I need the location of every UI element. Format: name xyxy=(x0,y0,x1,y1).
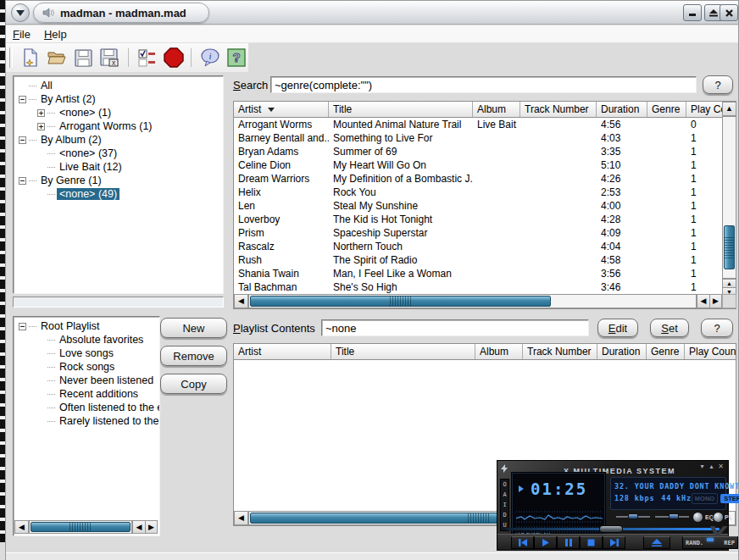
repeat-toggle[interactable]: REP xyxy=(724,540,735,546)
playlist-table-hscroll-left[interactable]: ◀ xyxy=(234,511,248,525)
clutterbar-letter[interactable]: D xyxy=(503,513,506,518)
tree-expander[interactable]: + xyxy=(37,123,45,130)
playlist-tree[interactable]: − Root Playlist Absolute favorites Love … xyxy=(13,316,160,536)
stop-button[interactable] xyxy=(580,536,603,549)
edit-button[interactable]: Edit xyxy=(597,319,638,337)
playlist-hscroll-right-button[interactable]: ▶ xyxy=(145,520,158,534)
clutterbar-letter[interactable]: I xyxy=(503,502,506,508)
table-row[interactable]: Bryan Adams Summer of 69 3:35 1 xyxy=(234,145,722,158)
tree-item[interactable]: + <none> (1) xyxy=(14,106,223,119)
table-row[interactable]: Rush The Spirit of Radio 4:58 1 xyxy=(234,253,722,267)
col-title[interactable]: Title xyxy=(331,344,475,359)
window-menu-button[interactable] xyxy=(11,3,30,22)
playlist-hscroll-thumb[interactable] xyxy=(31,522,131,532)
table-row[interactable]: Dream Warriors My Definition of a Bombas… xyxy=(234,172,722,186)
col-album[interactable]: Album xyxy=(475,344,523,359)
save-button[interactable] xyxy=(72,46,95,69)
tree-expander[interactable]: − xyxy=(19,323,26,330)
vscroll-up-button[interactable]: ▲ xyxy=(722,102,736,116)
playlist-hscroll-left-button[interactable]: ◀ xyxy=(14,520,29,534)
col-play-count[interactable]: Play Count xyxy=(686,102,722,117)
balance-handle[interactable] xyxy=(628,513,638,519)
hscroll-track[interactable] xyxy=(248,294,697,308)
vscroll-up-button-2[interactable]: ▲ xyxy=(722,279,736,287)
tree-item[interactable]: Live Bait (12) xyxy=(14,160,223,174)
playlist-hscroll-track[interactable] xyxy=(29,520,132,534)
col-genre[interactable]: Genre xyxy=(647,102,686,117)
balance-slider[interactable] xyxy=(616,516,650,518)
pause-button[interactable] xyxy=(557,536,580,549)
volume-handle[interactable] xyxy=(669,513,679,519)
table-row[interactable]: Helix Rock You 2:53 1 xyxy=(234,186,722,199)
col-genre[interactable]: Genre xyxy=(647,344,685,359)
table-row[interactable]: Arrogant Worms Mounted Animal Nature Tra… xyxy=(234,118,722,131)
hscroll-left-button[interactable]: ◀ xyxy=(234,294,248,308)
tree-item[interactable]: Rock songs xyxy=(14,360,159,374)
tree-item[interactable]: <none> (37) xyxy=(14,147,223,160)
playlist-table-header[interactable]: Artist Title Album Track Number Duration… xyxy=(234,344,736,360)
table-row[interactable]: Tal Bachman She's So High 3:46 1 xyxy=(234,280,722,294)
xmms-player[interactable]: X MULTIMEDIA SYSTEM ▾ ▴ ✕ OAIDU 01:25 VI… xyxy=(497,460,729,551)
save-as-button[interactable]: X xyxy=(98,46,121,69)
tree-item[interactable]: − By Artist (2) xyxy=(14,92,223,106)
whats-this-button[interactable]: ? xyxy=(225,46,248,69)
col-title[interactable]: Title xyxy=(329,102,473,117)
prev-button[interactable] xyxy=(511,536,534,549)
search-help-button[interactable]: ? xyxy=(703,75,733,94)
shade-icon[interactable]: ▾ xyxy=(698,463,706,470)
new-playlist-button[interactable]: New xyxy=(160,318,227,338)
tree-item[interactable]: <none> (49) xyxy=(14,187,223,201)
set-button[interactable]: Set xyxy=(650,319,689,337)
table-row[interactable]: Rascalz Northern Touch 4:04 1 xyxy=(234,240,722,253)
minimize-button[interactable] xyxy=(683,4,702,21)
col-track-number[interactable]: Track Number xyxy=(520,102,597,117)
position-handle[interactable] xyxy=(599,525,623,533)
table-row[interactable]: Celine Dion My Heart Will Go On 5:10 1 xyxy=(234,158,722,172)
playlist-hscroll-left-button-2[interactable]: ◀ xyxy=(132,520,145,534)
copy-playlist-button[interactable]: Copy xyxy=(160,374,227,394)
hscroll-right-button[interactable]: ▶ xyxy=(709,294,722,308)
eq-button[interactable] xyxy=(692,512,703,523)
hscroll-left-button-2[interactable]: ◀ xyxy=(697,294,709,308)
eject-button[interactable] xyxy=(643,536,670,549)
tree-item[interactable]: − By Album (2) xyxy=(14,133,223,147)
close-icon[interactable]: ✕ xyxy=(717,463,725,470)
tree-item[interactable]: Never been listened xyxy=(14,374,159,387)
clutterbar-letter[interactable]: O xyxy=(503,482,506,488)
position-slider[interactable] xyxy=(506,528,720,530)
toolbar-handle[interactable] xyxy=(9,47,13,68)
tree-item[interactable]: − By Genre (1) xyxy=(14,174,223,187)
playlist-help-button[interactable]: ? xyxy=(701,319,733,337)
rollup-icon[interactable]: ▴ xyxy=(708,463,715,470)
table-row[interactable]: Shania Twain Man, I Feel Like a Woman 3:… xyxy=(234,267,722,280)
tip-button[interactable]: i xyxy=(198,46,221,69)
stop-button[interactable] xyxy=(162,46,185,69)
col-play-count[interactable]: Play Count xyxy=(685,344,736,359)
tree-expander[interactable]: + xyxy=(37,109,45,117)
col-artist[interactable]: Artist xyxy=(234,102,329,117)
menu-file[interactable]: File xyxy=(13,28,31,41)
library-table-header[interactable]: Artist Title Album Track Number Duration… xyxy=(234,102,722,118)
next-button[interactable] xyxy=(603,536,625,549)
vscroll-track[interactable] xyxy=(722,116,736,279)
tree-item[interactable]: Rarely listened to the end xyxy=(14,414,159,428)
col-duration[interactable]: Duration xyxy=(597,344,647,359)
titlebar[interactable]: madman - madman.mad xyxy=(6,1,738,25)
tree-item[interactable]: Love songs xyxy=(14,347,159,360)
tree-item[interactable]: − Root Playlist xyxy=(14,319,159,333)
random-toggle[interactable]: RAND. xyxy=(686,540,703,546)
hscroll-thumb[interactable] xyxy=(250,296,551,307)
col-album[interactable]: Album xyxy=(473,102,520,117)
new-database-button[interactable] xyxy=(19,46,42,69)
col-track-number[interactable]: Track Number xyxy=(523,344,597,359)
table-row[interactable]: Prism Spaceship Superstar 4:09 1 xyxy=(234,226,722,240)
xmms-clutterbar[interactable]: OAIDU xyxy=(500,479,509,531)
menu-help[interactable]: Help xyxy=(44,28,67,41)
open-button[interactable] xyxy=(45,46,68,69)
library-table-body[interactable]: Arrogant Worms Mounted Animal Nature Tra… xyxy=(234,118,722,294)
playlist-contents-input[interactable] xyxy=(321,319,589,336)
tree-item[interactable]: Often listened to the end xyxy=(14,401,159,414)
close-button[interactable] xyxy=(720,4,738,21)
volume-slider[interactable] xyxy=(655,516,689,518)
table-row[interactable]: Loverboy The Kid is Hot Tonight 4:28 1 xyxy=(234,213,722,226)
